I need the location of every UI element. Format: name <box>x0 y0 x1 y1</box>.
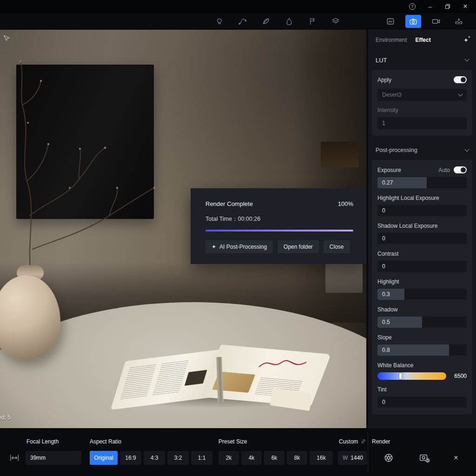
viewport-status-text: ed: 5 <box>0 414 11 421</box>
magazine-headline <box>253 353 312 377</box>
preset-2k-button[interactable]: 2k <box>218 451 239 465</box>
wall-shelf <box>321 142 359 167</box>
video-mode-button[interactable] <box>428 15 444 28</box>
render-label: Render <box>372 438 390 445</box>
mode-switcher <box>383 13 467 30</box>
restore-icon <box>445 4 450 9</box>
image-mode-button[interactable] <box>383 15 398 28</box>
aspect-ratio-label: Aspect Ratio <box>90 438 121 445</box>
custom-width-input[interactable]: W 1440 <box>338 451 367 465</box>
aspect-original-button[interactable]: Original <box>90 451 118 465</box>
post-processing-header[interactable]: Post-processing <box>368 140 476 160</box>
total-time-value: 00:00:26 <box>238 216 260 222</box>
post-processing-card: Exposure Auto 0.27 Highlight Local Expos… <box>372 160 472 414</box>
aperture-icon <box>383 453 394 463</box>
shadow-local-exposure-label: Shadow Local Exposure <box>377 223 467 229</box>
render-complete-dialog: Render Complete 100% Total Time：00:00:26… <box>191 188 366 264</box>
close-render-bar-button[interactable]: × <box>447 451 465 465</box>
open-magazine <box>114 346 323 416</box>
custom-size-label: Custom <box>339 438 358 445</box>
close-button[interactable]: × <box>461 2 469 11</box>
shadow-label: Shadow <box>377 306 467 313</box>
exposure-auto-toggle[interactable] <box>454 166 467 173</box>
render-settings-button[interactable] <box>379 451 398 465</box>
properties-panel: Environment Effect ✦ LUT Apply Desert3 I… <box>368 30 476 428</box>
preset-8k-button[interactable]: 8k <box>287 451 307 465</box>
slider-fill <box>377 289 404 300</box>
titlebar: ? – × <box>0 0 476 13</box>
assets-tool-icon[interactable] <box>329 15 342 28</box>
render-progress-bar <box>205 230 353 231</box>
tint-label: Tint <box>377 386 467 393</box>
slope-slider[interactable]: 0.8 <box>377 344 467 356</box>
white-balance-handle[interactable] <box>399 373 402 379</box>
lut-apply-toggle[interactable] <box>454 76 467 83</box>
preset-4k-button[interactable]: 4k <box>241 451 262 465</box>
lut-card: Apply Desert3 Intensity 1 <box>372 70 472 136</box>
water-tool-icon[interactable] <box>283 15 296 28</box>
preset-16k-button[interactable]: 16k <box>310 451 333 465</box>
white-balance-value: 6500 <box>451 373 467 379</box>
dialog-close-button[interactable]: Close <box>324 240 350 253</box>
lut-section-header[interactable]: LUT <box>368 50 476 70</box>
restore-button[interactable] <box>443 2 452 11</box>
intensity-label: Intensity <box>377 107 467 113</box>
highlight-local-exposure-label: Highlight Local Exposure <box>377 195 467 201</box>
tv-screen <box>16 65 154 219</box>
output-mode-icon <box>454 17 463 26</box>
dialog-title: Render Complete <box>205 200 253 207</box>
post-processing-title: Post-processing <box>376 147 417 153</box>
render-image-button[interactable] <box>415 451 434 465</box>
lut-title: LUT <box>376 57 387 64</box>
slope-label: Slope <box>377 334 467 341</box>
help-button[interactable]: ? <box>408 2 416 11</box>
light-tool-icon[interactable] <box>213 15 226 28</box>
app-window: ? – × <box>0 0 476 476</box>
tint-input[interactable]: 0 <box>377 397 467 408</box>
chevron-down-icon <box>458 92 463 97</box>
ai-effects-icon[interactable]: ✦ <box>463 37 469 44</box>
aspect-16-9-button[interactable]: 16:9 <box>120 451 141 465</box>
render-camera-icon <box>419 452 430 463</box>
white-balance-slider[interactable] <box>377 372 446 380</box>
image-mode-icon <box>386 17 395 26</box>
preset-6k-button[interactable]: 6k <box>264 451 284 465</box>
highlight-slider[interactable]: 0.3 <box>377 289 467 300</box>
lut-preset-dropdown[interactable]: Desert3 <box>377 89 467 101</box>
camera-mode-button[interactable] <box>405 15 421 28</box>
chevron-down-icon <box>465 57 469 62</box>
intensity-input[interactable]: 1 <box>377 117 467 129</box>
auto-label: Auto <box>438 167 450 173</box>
scene-tools <box>213 13 342 30</box>
minimize-button[interactable]: – <box>426 2 434 11</box>
focal-length-icon <box>8 453 20 463</box>
foliage-tool-icon[interactable] <box>259 15 272 28</box>
bottom-bar-divider <box>368 432 368 471</box>
tab-environment[interactable]: Environment <box>376 37 407 43</box>
highlight-label: Highlight <box>377 278 467 285</box>
output-mode-button[interactable] <box>451 15 467 28</box>
preset-size-label: Preset Size <box>218 438 247 445</box>
aspect-4-3-button[interactable]: 4:3 <box>144 451 165 465</box>
contrast-input[interactable]: 0 <box>377 261 467 272</box>
highlight-local-exposure-input[interactable]: 0 <box>377 205 467 216</box>
video-mode-icon <box>431 17 441 26</box>
ai-post-processing-button[interactable]: ✦ AI Post-Processing <box>205 240 273 253</box>
focal-length-input[interactable]: 39mm <box>26 451 81 465</box>
exposure-slider[interactable]: 0.27 <box>377 177 467 188</box>
panel-tabs: Environment Effect ✦ <box>368 30 476 50</box>
camera-mode-icon <box>409 17 418 26</box>
render-viewport[interactable]: ed: 5 Render Complete 100% Total Time：00… <box>0 30 366 428</box>
tab-effect[interactable]: Effect <box>415 37 430 43</box>
focal-length-label: Focal Length <box>26 438 59 445</box>
aspect-1-1-button[interactable]: 1:1 <box>191 451 212 465</box>
shadow-slider[interactable]: 0.5 <box>377 317 467 328</box>
open-folder-button[interactable]: Open folder <box>278 240 319 253</box>
camera-settings-bar: Focal Length 39mm Aspect Ratio Original … <box>0 428 476 476</box>
path-tool-icon[interactable] <box>236 15 249 28</box>
shadow-local-exposure-input[interactable]: 0 <box>377 233 467 244</box>
flag-tool-icon[interactable] <box>306 15 319 28</box>
white-balance-label: White Balance <box>377 362 467 369</box>
aspect-3-2-button[interactable]: 3:2 <box>167 451 189 465</box>
link-dimensions-icon[interactable] <box>360 438 366 444</box>
